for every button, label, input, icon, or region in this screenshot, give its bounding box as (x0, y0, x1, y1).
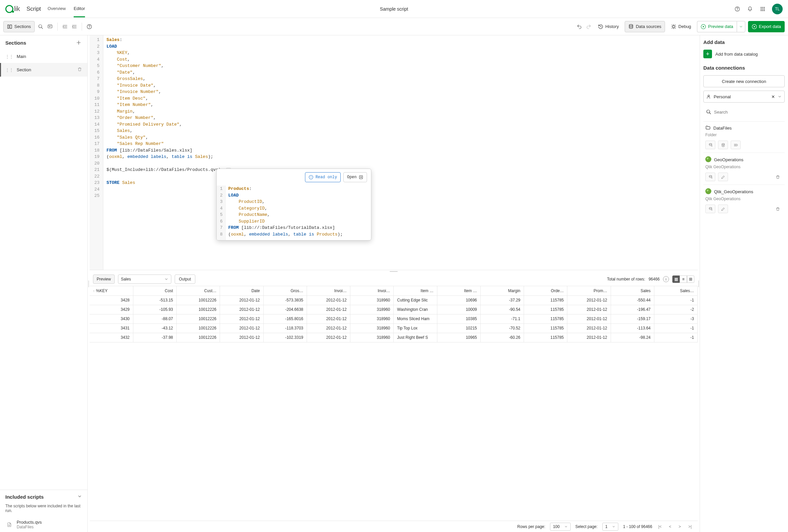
section-item[interactable]: ⋮⋮ Section (0, 63, 87, 77)
tab-overview[interactable]: Overview (48, 1, 66, 17)
table-cell: 2012-01-12 (567, 333, 611, 342)
select-data-icon[interactable] (705, 205, 715, 213)
column-header[interactable]: Item … (437, 286, 480, 295)
column-header[interactable]: Sales… (654, 286, 697, 295)
apps-grid-icon[interactable] (759, 6, 766, 12)
debug-button[interactable]: Debug (668, 21, 694, 32)
view-grid-icon[interactable]: ⊞ (687, 275, 694, 283)
sections-button[interactable]: Sections (3, 21, 35, 32)
move-icon[interactable] (731, 141, 741, 149)
preview-dropdown[interactable] (737, 21, 745, 32)
help-icon[interactable] (734, 6, 741, 12)
redo-icon[interactable] (585, 23, 592, 30)
add-from-catalog-button[interactable]: + Add from data catalog (703, 49, 785, 58)
table-cell: 3429 (90, 305, 133, 314)
help2-icon[interactable] (86, 23, 93, 30)
create-connection-button[interactable]: Create new connection (703, 75, 785, 87)
add-section-icon[interactable] (75, 39, 82, 46)
column-header[interactable]: Cost (133, 286, 176, 295)
search-icon[interactable] (37, 23, 44, 30)
svg-point-10 (764, 10, 765, 11)
last-page-icon[interactable]: >| (687, 524, 693, 529)
next-page-icon[interactable]: > (677, 524, 682, 529)
column-header[interactable]: Sales (611, 286, 654, 295)
svg-point-16 (89, 28, 90, 28)
bell-icon[interactable] (747, 6, 753, 12)
included-header[interactable]: Included scripts (0, 490, 87, 504)
rows-per-page-select[interactable]: 100 (550, 523, 571, 531)
comment-icon[interactable] (47, 23, 53, 30)
preview-resize-handle[interactable] (90, 270, 698, 272)
table-cell: -3 (654, 314, 697, 324)
avatar[interactable]: TL (772, 4, 783, 14)
edit-icon[interactable] (718, 172, 728, 181)
trash-icon[interactable] (77, 67, 82, 73)
column-header[interactable]: Cust… (177, 286, 220, 295)
history-button[interactable]: History (595, 21, 622, 32)
section-item[interactable]: ⋮⋮ Main (0, 50, 87, 63)
output-button[interactable]: Output (175, 274, 195, 284)
select-data-icon[interactable] (705, 141, 715, 149)
table-cell: Tip Top Lox (394, 324, 437, 333)
included-script-item[interactable]: Products.qvsDataFiles (0, 517, 87, 532)
table-row[interactable]: 3430-88.07100122262012-01-12-165.8016201… (90, 314, 698, 324)
table-row[interactable]: 3432-37.98100122262012-01-12-102.3319201… (90, 333, 698, 342)
export-data-button[interactable]: Export data (748, 21, 785, 32)
table-row[interactable]: 3431-43.12100122262012-01-12-118.3703201… (90, 324, 698, 333)
insert-icon[interactable] (718, 141, 728, 149)
readonly-button[interactable]: Read only (305, 172, 341, 182)
preview-data-button[interactable]: Preview data (697, 21, 736, 32)
code-body[interactable]: Sales:LOAD %KEY, Cost, "Customer Number"… (103, 35, 234, 270)
tab-editor[interactable]: Editor (74, 1, 85, 17)
table-row[interactable]: 3429-105.93100122262012-01-12-204.663820… (90, 305, 698, 314)
logo[interactable]: lik (5, 5, 20, 13)
info-icon[interactable]: i (663, 276, 669, 282)
preview-tab[interactable]: Preview (93, 274, 115, 284)
table-cell: 2012-01-12 (220, 295, 263, 305)
table-cell: -88.07 (133, 314, 176, 324)
table-cell: 10215 (437, 324, 480, 333)
table-select[interactable]: Sales (118, 274, 171, 284)
trash-icon[interactable] (773, 172, 783, 181)
indent-icon[interactable] (62, 23, 68, 30)
table-cell: -60.26 (480, 333, 524, 342)
drag-handle-icon[interactable]: ⋮⋮ (5, 54, 13, 59)
first-page-icon[interactable]: |< (657, 524, 663, 529)
connection-header[interactable]: Qlik_GeoOperations (705, 188, 783, 195)
column-header[interactable]: Invoi… (350, 286, 394, 295)
select-data-icon[interactable] (705, 172, 715, 181)
column-header[interactable]: Invoi… (307, 286, 350, 295)
column-header[interactable]: Gros… (263, 286, 307, 295)
drag-handle-icon[interactable]: ⋮⋮ (5, 68, 13, 72)
column-header[interactable]: Date (220, 286, 263, 295)
table-cell: 2012-01-12 (307, 305, 350, 314)
edit-icon[interactable] (718, 205, 728, 213)
prev-page-icon[interactable]: < (668, 524, 673, 529)
table-cell: 2012-01-12 (567, 295, 611, 305)
outdent-icon[interactable] (71, 23, 78, 30)
table-cell: 318960 (350, 305, 394, 314)
connection-name: Qlik_GeoOperations (714, 189, 753, 194)
preview-table-wrap[interactable]: ↑%KEYCostCust…DateGros…Invoi…Invoi…Item … (90, 286, 698, 521)
column-header[interactable]: ↑%KEY (90, 286, 133, 295)
clear-icon[interactable]: ✕ (771, 94, 775, 99)
connection-search[interactable] (703, 106, 785, 118)
trash-icon[interactable] (773, 205, 783, 213)
open-button[interactable]: Open (343, 172, 367, 182)
connection-header[interactable]: DataFiles (705, 125, 783, 131)
code-editor[interactable]: 1234567891011121314151617181920212223242… (90, 35, 698, 270)
column-header[interactable]: Margin (480, 286, 524, 295)
datasources-button[interactable]: Data sources (625, 21, 665, 32)
view-list-icon[interactable]: ≡ (679, 275, 687, 283)
table-cell: -165.8016 (263, 314, 307, 324)
view-table-icon[interactable]: ▦ (672, 275, 679, 283)
table-row[interactable]: 3428-513.15100122262012-01-12-573.383520… (90, 295, 698, 305)
connection-header[interactable]: GeoOperations (705, 156, 783, 163)
column-header[interactable]: Item … (394, 286, 437, 295)
search-input[interactable] (714, 109, 782, 115)
undo-icon[interactable] (576, 23, 583, 30)
column-header[interactable]: Prom… (567, 286, 611, 295)
column-header[interactable]: Orde… (524, 286, 567, 295)
select-page-select[interactable]: 1 (602, 523, 619, 531)
space-select[interactable]: Personal ✕ (703, 90, 785, 103)
